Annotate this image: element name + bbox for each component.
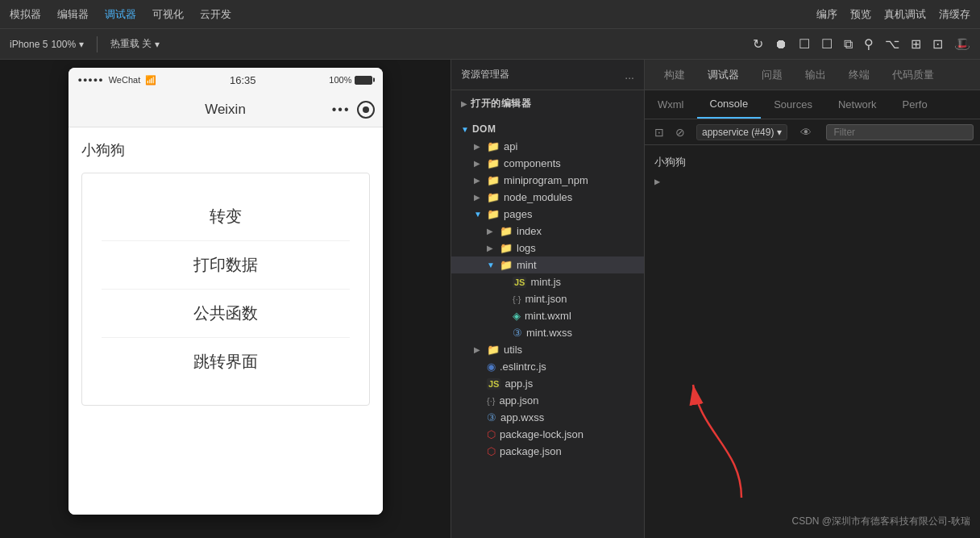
status-left: ●●●●● WeChat 📶 [78,75,157,85]
content-item-3[interactable]: 公共函数 [102,290,350,338]
nav-camera-button[interactable] [357,101,375,119]
file-panel-icons: ... [625,69,634,81]
branch-icon[interactable]: ⌥ [885,36,899,52]
file-mint-js[interactable]: ▶ JS mint.js [451,273,644,290]
second-toolbar: iPhone 5 100% ▾ 热重载 关 ▾ ↻ ⏺ ☐ ☐ ⧉ ⚲ ⌥ ⊞ … [0,29,980,60]
folder-logs[interactable]: ▶ 📁 logs [451,240,644,256]
copy-icon[interactable]: ⧉ [844,37,853,52]
toolbar-item-debugger[interactable]: 调试器 [105,7,136,22]
folder-mint-icon: 📁 [500,259,513,271]
toolbar-item-cloud[interactable]: 云开发 [200,7,231,22]
inner-tab-sources[interactable]: Sources [761,90,825,119]
file-mint-js-name: mint.js [530,276,561,288]
nav-title: Weixin [205,102,246,118]
debug-tab-terminal[interactable]: 终端 [839,63,879,87]
debug-tab-output[interactable]: 输出 [795,63,836,87]
folder-miniprogram-npm[interactable]: ▶ 📁 miniprogram_npm [451,172,644,189]
debug-tab-code-quality[interactable]: 代码质量 [882,63,944,87]
file-panel-more-icon[interactable]: ... [625,69,634,81]
debug-eye-icon[interactable]: 👁 [797,124,815,140]
nav-more-button[interactable]: ••• [332,102,351,117]
dom-label: DOM [472,123,496,135]
folder-components[interactable]: ▶ 📁 components [451,155,644,172]
debug-tab-issues[interactable]: 问题 [752,63,792,87]
status-time: 16:35 [230,74,256,86]
folder-logs-arrow: ▶ [487,244,496,252]
file-mint-wxss[interactable]: ▶ ③ mint.wxss [451,324,644,341]
open-editors-header[interactable]: ▶ 打开的编辑器 [451,94,644,114]
file-package-json[interactable]: ▶ ⬡ package.json [451,443,644,460]
debug-block-icon[interactable]: ⊘ [672,124,688,140]
inner-tab-perfo[interactable]: Perfo [890,90,941,119]
folder-logs-name: logs [517,242,536,254]
toolbar-right-preview[interactable]: 预览 [850,7,871,22]
appservice-selector[interactable]: appservice (#49) ▾ [696,124,787,140]
toolbar-right-real-debug[interactable]: 真机调试 [884,7,926,22]
file-panel-header: 资源管理器 ... [451,60,644,90]
folder-api[interactable]: ▶ 📁 api [451,138,644,155]
device-name: iPhone 5 [10,39,48,50]
toolbar-right-compile[interactable]: 编序 [816,7,837,22]
battery-percent: 100% [329,75,351,85]
inner-tab-console[interactable]: Console [697,90,762,119]
section-dom: ▼ DOM ▶ 📁 api ▶ 📁 components [451,117,644,463]
console-expand-row[interactable]: ▶ [654,173,970,191]
folder-components-name: components [504,157,561,169]
inner-tab-wxml[interactable]: Wxml [645,90,697,119]
folder-mint[interactable]: ▼ 📁 mint [451,256,644,273]
debug-inspect-icon[interactable]: ⊡ [651,124,667,140]
folder-index-name: index [517,225,542,237]
debug-toolbar: ⊡ ⊘ appservice (#49) ▾ 👁 [645,119,980,145]
device-selector[interactable]: iPhone 5 100% ▾ [10,39,84,50]
refresh-icon[interactable]: ↻ [753,36,763,52]
folder-miniprogram-name: miniprogram_npm [504,174,588,186]
file-mint-json[interactable]: ▶ {·} mint.json [451,290,644,307]
file-mint-json-icon: {·} [513,294,521,304]
chevron-down-icon: ▾ [79,39,84,50]
folder-index[interactable]: ▶ 📁 index [451,223,644,240]
content-item-4[interactable]: 跳转界面 [102,338,350,386]
layout-icon[interactable]: ⊡ [932,36,943,52]
debug-tab-build[interactable]: 构建 [654,63,695,87]
open-editors-arrow: ▶ [461,99,467,108]
toolbar-right-clear-cache[interactable]: 清缓存 [939,7,970,22]
folder-node-modules-icon: 📁 [487,191,500,203]
tablet-icon[interactable]: ☐ [821,36,833,52]
file-package-json-name: package.json [500,445,562,457]
file-mint-wxml[interactable]: ▶ ◈ mint.wxml [451,307,644,324]
content-box: 转变 打印数据 公共函数 跳转界面 [81,173,370,406]
file-package-lock-icon: ⬡ [487,428,496,440]
folder-miniprogram-arrow: ▶ [474,176,484,185]
dom-header[interactable]: ▼ DOM [451,120,644,138]
phone-icon[interactable]: ☐ [799,36,810,52]
toolbar-item-visual[interactable]: 可视化 [152,7,184,22]
content-item-1[interactable]: 转变 [102,193,350,241]
file-app-js-name: app.js [505,377,533,390]
folder-utils[interactable]: ▶ 📁 utils [451,341,644,358]
phone-frame: ●●●●● WeChat 📶 16:35 100% Weixin ••• 小狗狗 [69,68,383,515]
toolbar-item-simulator[interactable]: 模拟器 [10,7,41,22]
folder-pages[interactable]: ▼ 📁 pages [451,206,644,223]
file-panel-title: 资源管理器 [461,68,509,81]
filter-input[interactable] [826,124,974,140]
hat-icon[interactable]: 🎩 [954,36,970,52]
hotreload-toggle[interactable]: 热重载 关 ▾ [110,37,160,51]
grid-icon[interactable]: ⊞ [911,36,921,52]
toolbar-item-editor[interactable]: 编辑器 [57,7,89,22]
debug-tab-debugger[interactable]: 调试器 [698,63,749,87]
folder-node-modules[interactable]: ▶ 📁 node_modules [451,189,644,206]
folder-utils-icon: 📁 [487,344,500,356]
phone-content: 小狗狗 转变 打印数据 公共函数 跳转界面 [69,127,383,515]
status-right: 100% [329,75,372,85]
file-package-lock[interactable]: ▶ ⬡ package-lock.json [451,426,644,443]
inner-tab-network[interactable]: Network [825,90,890,119]
search-icon[interactable]: ⚲ [864,36,874,52]
file-app-json[interactable]: ▶ {·} app.json [451,392,644,409]
file-eslintrc[interactable]: ▶ ◉ .eslintrc.js [451,358,644,375]
content-item-2[interactable]: 打印数据 [102,241,350,290]
right-panel: 构建 调试器 问题 输出 终端 代码质量 Wxml Console Source… [645,60,980,538]
file-app-js[interactable]: ▶ JS app.js [451,375,644,392]
top-toolbar: 模拟器 编辑器 调试器 可视化 云开发 编序 预览 真机调试 清缓存 [0,0,980,29]
file-app-wxss[interactable]: ▶ ③ app.wxss [451,409,644,426]
stop-icon[interactable]: ⏺ [774,37,787,52]
